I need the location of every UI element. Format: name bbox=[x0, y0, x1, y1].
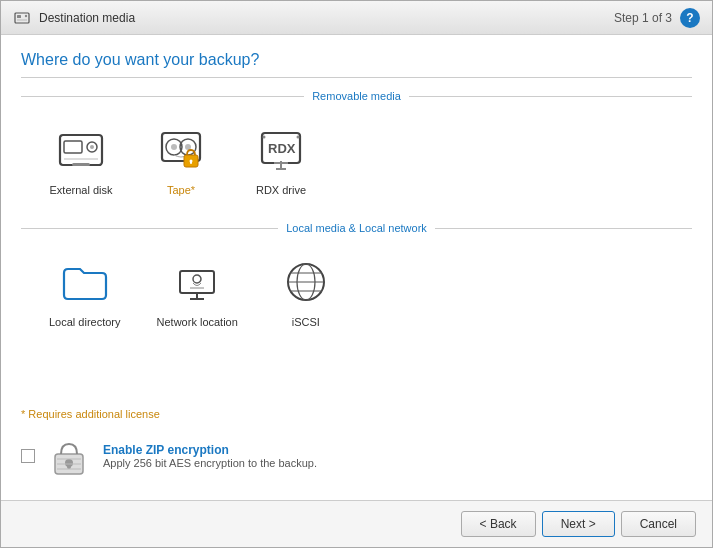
rdx-drive-option[interactable]: RDX RDX drive bbox=[241, 112, 321, 204]
encrypt-description: Apply 256 bit AES encryption to the back… bbox=[103, 457, 317, 469]
svg-rect-0 bbox=[15, 13, 29, 23]
svg-point-29 bbox=[193, 275, 201, 283]
removable-media-items: External disk bbox=[21, 112, 692, 204]
external-disk-icon bbox=[51, 120, 111, 180]
rdx-drive-label: RDX drive bbox=[256, 184, 306, 196]
svg-text:RDX: RDX bbox=[268, 141, 296, 156]
svg-point-21 bbox=[297, 136, 300, 139]
encrypt-checkbox[interactable] bbox=[21, 449, 35, 463]
back-button[interactable]: < Back bbox=[461, 511, 536, 537]
encrypt-text-block: Enable ZIP encryption Apply 256 bit AES … bbox=[103, 443, 317, 469]
removable-media-header: Removable media bbox=[21, 90, 692, 102]
page-title: Where do you want your backup? bbox=[21, 51, 692, 78]
network-location-icon bbox=[167, 252, 227, 312]
license-note: * Requires additional license bbox=[21, 408, 692, 420]
local-media-section: Local media & Local network Local direct… bbox=[21, 222, 692, 344]
iscsi-label: iSCSI bbox=[292, 316, 320, 328]
svg-rect-1 bbox=[17, 15, 21, 18]
local-directory-icon bbox=[55, 252, 115, 312]
svg-point-7 bbox=[90, 145, 94, 149]
encrypt-checkbox-wrap bbox=[21, 449, 35, 463]
title-bar-left: Destination media bbox=[13, 9, 135, 27]
svg-point-12 bbox=[171, 144, 177, 150]
external-disk-label: External disk bbox=[50, 184, 113, 196]
title-bar-right: Step 1 of 3 ? bbox=[614, 8, 700, 28]
footer: < Back Next > Cancel bbox=[1, 500, 712, 547]
encrypt-title: Enable ZIP encryption bbox=[103, 443, 317, 457]
cancel-button[interactable]: Cancel bbox=[621, 511, 696, 537]
iscsi-icon bbox=[276, 252, 336, 312]
removable-media-section: Removable media Exte bbox=[21, 90, 692, 212]
title-bar: Destination media Step 1 of 3 ? bbox=[1, 1, 712, 35]
svg-rect-5 bbox=[64, 141, 82, 153]
tape-label: Tape* bbox=[167, 184, 195, 196]
svg-rect-9 bbox=[72, 163, 90, 166]
network-location-option[interactable]: Network location bbox=[149, 244, 246, 336]
iscsi-option[interactable]: iSCSI bbox=[266, 244, 346, 336]
rdx-drive-icon: RDX bbox=[251, 120, 311, 180]
local-media-items: Local directory bbox=[21, 244, 692, 336]
window-title: Destination media bbox=[39, 11, 135, 25]
tape-icon bbox=[151, 120, 211, 180]
content-area: Where do you want your backup? Removable… bbox=[1, 35, 712, 500]
next-button[interactable]: Next > bbox=[542, 511, 615, 537]
svg-point-14 bbox=[185, 144, 191, 150]
encrypt-icon bbox=[47, 434, 91, 478]
step-indicator: Step 1 of 3 bbox=[614, 11, 672, 25]
local-directory-option[interactable]: Local directory bbox=[41, 244, 129, 336]
local-directory-label: Local directory bbox=[49, 316, 121, 328]
help-button[interactable]: ? bbox=[680, 8, 700, 28]
svg-point-20 bbox=[263, 136, 266, 139]
external-disk-option[interactable]: External disk bbox=[41, 112, 121, 204]
main-window: Destination media Step 1 of 3 ? Where do… bbox=[0, 0, 713, 548]
svg-rect-17 bbox=[190, 161, 192, 164]
network-location-label: Network location bbox=[157, 316, 238, 328]
local-media-header: Local media & Local network bbox=[21, 222, 692, 234]
encryption-row: Enable ZIP encryption Apply 256 bit AES … bbox=[21, 428, 692, 484]
tape-option[interactable]: Tape* bbox=[141, 112, 221, 204]
destination-media-icon bbox=[13, 9, 31, 27]
svg-point-2 bbox=[25, 14, 27, 16]
